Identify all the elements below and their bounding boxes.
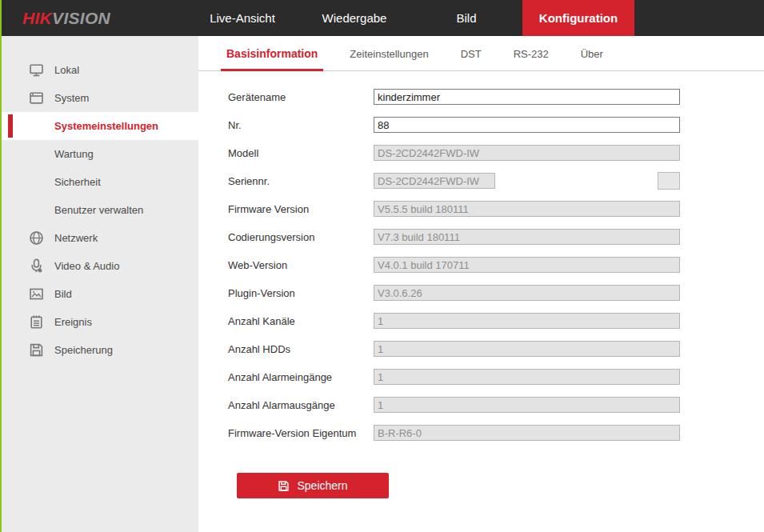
sidebar-item-label: Wartung: [54, 148, 94, 160]
sidebar-item-wartung[interactable]: Wartung: [2, 140, 198, 168]
sidebar-item-label: Benutzer verwalten: [54, 204, 143, 216]
clipboard-icon: [29, 314, 44, 330]
field-label: Anzahl Alarmeingänge: [228, 371, 374, 383]
tab-zeiteinstellungen[interactable]: Zeiteinstellungen: [344, 48, 434, 70]
sidebar-item-lokal[interactable]: Lokal: [2, 56, 198, 84]
form-row-nr: Nr.: [228, 117, 680, 133]
sidebar-item-ereignis[interactable]: Ereignis: [2, 308, 198, 336]
serial-extra-box: [658, 172, 680, 190]
microphone-icon: [29, 258, 44, 274]
field-label: Nr.: [228, 119, 374, 131]
sidebar-item-label: Ereignis: [54, 316, 92, 328]
form-row-firmware-version-eigentum: Firmware-Version Eigentum: [228, 425, 680, 441]
sidebar-item-label: Bild: [54, 288, 72, 300]
brand-green-strip: [0, 0, 2, 532]
field-label: Web-Version: [228, 259, 374, 271]
nav-item-konfiguration[interactable]: Konfiguration: [522, 0, 634, 36]
web-version-field: [374, 257, 680, 273]
hikvision-logo: HIKVISION: [22, 0, 110, 36]
main-content: BasisinformationZeiteinstellungenDSTRS-2…: [198, 36, 764, 532]
form-row-codierungsversion: Codierungsversion: [228, 229, 680, 245]
window-icon: [29, 90, 44, 106]
image-icon: [29, 286, 44, 302]
sidebar-item-label: Lokal: [54, 64, 79, 76]
sidebar-item-systemeinstellungen[interactable]: Systemeinstellungen: [2, 112, 198, 140]
save-button-label: Speichern: [297, 479, 347, 492]
form-row-seriennr: Seriennr.: [228, 173, 680, 189]
sidebar-item-speicherung[interactable]: Speicherung: [2, 336, 198, 364]
active-item-red-bar: [8, 114, 13, 138]
sidebar-item-label: Systemeinstellungen: [54, 120, 158, 132]
form-row-modell: Modell: [228, 145, 680, 161]
codierungsversion-field: [374, 229, 680, 245]
form-row-plugin-version: Plugin-Version: [228, 285, 680, 301]
top-nav: Live-AnsichtWiedergabeBildKonfiguration: [186, 0, 634, 36]
sidebar-item-bild[interactable]: Bild: [2, 280, 198, 308]
field-label: Codierungsversion: [228, 231, 374, 243]
form-row-gerätename: Gerätename: [228, 89, 680, 105]
firmware-version-field: [374, 201, 680, 217]
form-row-anzahl-alarmeingänge: Anzahl Alarmeingänge: [228, 369, 680, 385]
firmware-version-eigentum-field: [374, 425, 680, 441]
tab-über[interactable]: Über: [575, 48, 609, 70]
tab-dst[interactable]: DST: [455, 48, 487, 70]
modell-field: [374, 145, 680, 161]
sidebar-item-benutzer-verwalten[interactable]: Benutzer verwalten: [2, 196, 198, 224]
sidebar: LokalSystemSystemeinstellungenWartungSic…: [2, 36, 198, 532]
form-row-firmware-version: Firmware Version: [228, 201, 680, 217]
anzahl-hdds-field: [374, 341, 680, 357]
sidebar-item-label: Sicherheit: [54, 176, 101, 188]
field-label: Anzahl Kanäle: [228, 315, 374, 327]
seriennr-field: [374, 173, 495, 189]
gerätename-field[interactable]: [374, 89, 680, 105]
sidebar-item-label: Speicherung: [54, 344, 113, 356]
field-label: Modell: [228, 147, 374, 159]
field-label: Seriennr.: [228, 175, 374, 187]
form-row-anzahl-alarmausgänge: Anzahl Alarmausgänge: [228, 397, 680, 413]
anzahl-alarmausgänge-field: [374, 397, 680, 413]
anzahl-kanäle-field: [374, 313, 680, 329]
floppy-icon: [29, 342, 44, 358]
sidebar-item-label: Netzwerk: [54, 232, 98, 244]
basic-info-form: GerätenameNr.ModellSeriennr.Firmware Ver…: [198, 71, 764, 441]
field-label: Anzahl Alarmausgänge: [228, 399, 374, 411]
anzahl-alarmeingänge-field: [374, 369, 680, 385]
field-label: Firmware Version: [228, 203, 374, 215]
nav-item-wiedergabe[interactable]: Wiedergabe: [298, 0, 410, 36]
field-label: Plugin-Version: [228, 287, 374, 299]
sidebar-item-system[interactable]: System: [2, 84, 198, 112]
save-button[interactable]: Speichern: [237, 473, 389, 498]
field-label: Firmware-Version Eigentum: [228, 427, 374, 439]
plugin-version-field: [374, 285, 680, 301]
tab-basisinformation[interactable]: Basisinformation: [221, 47, 323, 70]
save-icon: [278, 480, 290, 492]
monitor-icon: [29, 62, 44, 78]
field-label: Anzahl HDDs: [228, 343, 374, 355]
form-row-anzahl-hdds: Anzahl HDDs: [228, 341, 680, 357]
sidebar-item-sicherheit[interactable]: Sicherheit: [2, 168, 198, 196]
sidebar-item-video-audio[interactable]: Video & Audio: [2, 252, 198, 280]
logo-hik: HIK: [22, 9, 52, 28]
sidebar-item-netzwerk[interactable]: Netzwerk: [2, 224, 198, 252]
tab-rs-232[interactable]: RS-232: [508, 48, 554, 70]
globe-icon: [29, 230, 44, 246]
sidebar-item-label: System: [54, 92, 89, 104]
nav-item-live-ansicht[interactable]: Live-Ansicht: [186, 0, 298, 36]
form-row-anzahl-kanäle: Anzahl Kanäle: [228, 313, 680, 329]
form-row-web-version: Web-Version: [228, 257, 680, 273]
tab-bar: BasisinformationZeiteinstellungenDSTRS-2…: [198, 36, 764, 71]
logo-vision: VISION: [52, 9, 110, 28]
nr-field[interactable]: [374, 117, 680, 133]
sidebar-item-label: Video & Audio: [54, 260, 119, 272]
top-bar: HIKVISION Live-AnsichtWiedergabeBildKonf…: [0, 0, 764, 36]
field-label: Gerätename: [228, 91, 374, 103]
nav-item-bild[interactable]: Bild: [410, 0, 522, 36]
